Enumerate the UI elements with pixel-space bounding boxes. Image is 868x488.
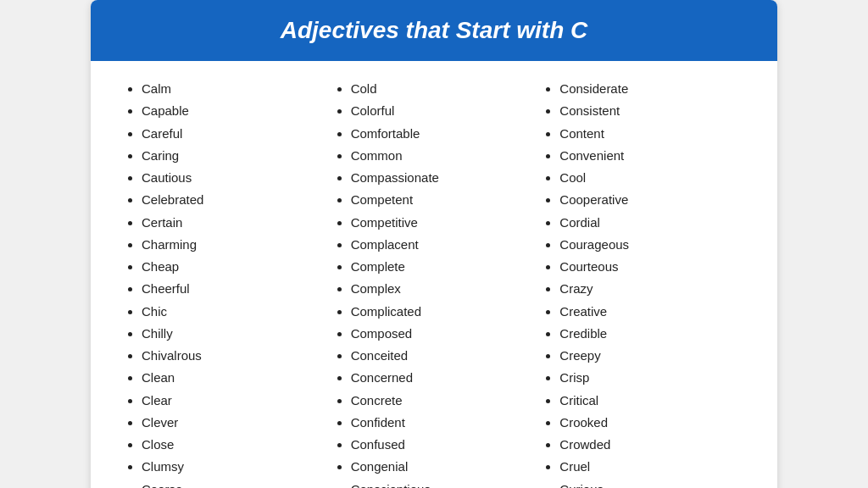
list-item: Complicated xyxy=(351,301,535,323)
list-item: Convenient xyxy=(559,145,743,167)
list-item: Cooperative xyxy=(559,189,743,211)
list-item: Congenial xyxy=(351,456,535,478)
list-item: Content xyxy=(559,123,743,145)
list-item: Complacent xyxy=(351,234,535,256)
list-item: Concrete xyxy=(351,390,535,412)
list-item: Capable xyxy=(142,100,326,122)
list-item: Comfortable xyxy=(351,123,535,145)
list-item: Celebrated xyxy=(142,189,326,211)
page-title: Adjectives that Start with C xyxy=(116,17,752,44)
list-item: Coarse xyxy=(142,479,326,489)
list-item: Conceited xyxy=(351,345,535,367)
list-item: Chilly xyxy=(142,323,326,345)
list-item: Chic xyxy=(142,301,326,323)
list-1: CalmCapableCarefulCaringCautiousCelebrat… xyxy=(125,78,326,488)
list-item: Crowded xyxy=(559,434,743,456)
list-item: Courteous xyxy=(559,256,743,278)
list-item: Confused xyxy=(351,434,535,456)
list-item: Careful xyxy=(142,123,326,145)
list-item: Cheap xyxy=(142,256,326,278)
list-item: Crazy xyxy=(559,278,743,300)
list-item: Calm xyxy=(142,78,326,100)
list-item: Critical xyxy=(559,390,743,412)
list-item: Creepy xyxy=(559,345,743,367)
list-item: Clean xyxy=(142,367,326,389)
list-item: Competitive xyxy=(351,212,535,234)
list-item: Conscientious xyxy=(351,479,535,489)
list-item: Creative xyxy=(559,301,743,323)
list-item: Composed xyxy=(351,323,535,345)
list-item: Consistent xyxy=(559,100,743,122)
header: Adjectives that Start with C xyxy=(91,0,777,61)
list-item: Compassionate xyxy=(351,167,535,189)
list-item: Cold xyxy=(351,78,535,100)
list-item: Curious xyxy=(559,479,743,489)
list-item: Crisp xyxy=(559,367,743,389)
column-1: CalmCapableCarefulCaringCautiousCelebrat… xyxy=(125,78,326,488)
list-item: Crooked xyxy=(559,412,743,434)
list-item: Competent xyxy=(351,189,535,211)
list-item: Complex xyxy=(351,278,535,300)
content-area: CalmCapableCarefulCaringCautiousCelebrat… xyxy=(91,61,777,488)
list-item: Certain xyxy=(142,212,326,234)
list-item: Colorful xyxy=(351,100,535,122)
list-3: ConsiderateConsistentContentConvenientCo… xyxy=(542,78,743,488)
list-item: Clear xyxy=(142,390,326,412)
list-item: Confident xyxy=(351,412,535,434)
list-item: Chivalrous xyxy=(142,345,326,367)
list-item: Complete xyxy=(351,256,535,278)
list-item: Cheerful xyxy=(142,278,326,300)
list-item: Close xyxy=(142,434,326,456)
list-item: Caring xyxy=(142,145,326,167)
list-2: ColdColorfulComfortableCommonCompassiona… xyxy=(334,78,535,488)
column-3: ConsiderateConsistentContentConvenientCo… xyxy=(542,78,743,488)
list-item: Cool xyxy=(559,167,743,189)
list-item: Cordial xyxy=(559,212,743,234)
list-item: Concerned xyxy=(351,367,535,389)
list-item: Clumsy xyxy=(142,456,326,478)
list-item: Cautious xyxy=(142,167,326,189)
card: Adjectives that Start with C CalmCapable… xyxy=(91,0,777,488)
list-item: Cruel xyxy=(559,456,743,478)
list-item: Courageous xyxy=(559,234,743,256)
list-item: Considerate xyxy=(559,78,743,100)
list-item: Common xyxy=(351,145,535,167)
list-item: Credible xyxy=(559,323,743,345)
column-2: ColdColorfulComfortableCommonCompassiona… xyxy=(334,78,535,488)
list-item: Clever xyxy=(142,412,326,434)
list-item: Charming xyxy=(142,234,326,256)
